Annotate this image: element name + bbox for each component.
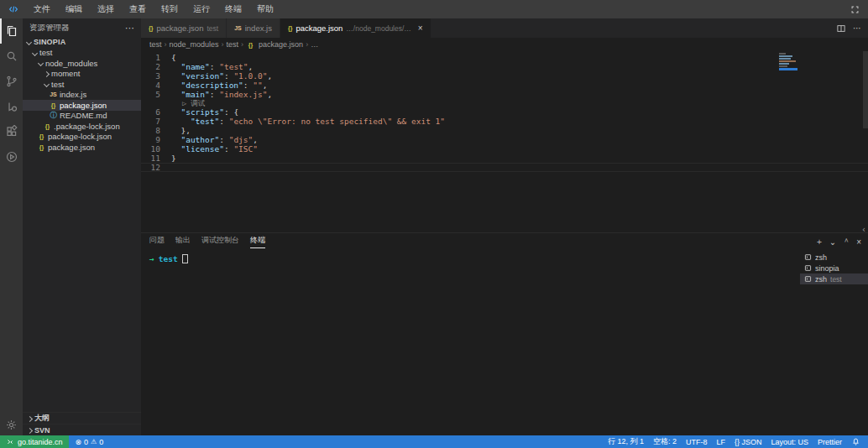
terminal-list-item[interactable]: sinopia — [800, 263, 868, 273]
code-line[interactable]: 2 "name": "test", — [141, 62, 868, 71]
menu-item[interactable]: 转到 — [154, 0, 186, 18]
terminal-list-item[interactable]: zshtest — [800, 273, 868, 284]
tree-item-label: test — [39, 48, 52, 57]
search-button[interactable] — [0, 44, 23, 69]
expand-corners-icon[interactable] — [850, 5, 860, 14]
line-number: 9 — [141, 135, 171, 144]
code-line[interactable]: 5 "main": "index.js", — [141, 90, 868, 99]
code-line[interactable]: 8 }, — [141, 126, 868, 135]
code-token: { — [171, 53, 176, 62]
code-token: : { — [224, 107, 238, 117]
breadcrumb-label: node_modules — [170, 40, 219, 49]
tree-item[interactable]: moment — [23, 69, 141, 80]
breadcrumb-item[interactable]: {}package.json — [246, 40, 303, 49]
tree-item[interactable]: JSindex.js — [23, 90, 141, 101]
extensions-button[interactable] — [0, 119, 23, 144]
editor-scrollbar[interactable] — [863, 51, 868, 128]
line-number: 7 — [141, 117, 171, 126]
chevron-right-icon: › — [241, 40, 243, 49]
status-item[interactable]: 行 12, 列 1 — [608, 436, 644, 447]
section-大纲[interactable]: 大纲 — [23, 412, 141, 424]
codelens-debug[interactable]: ▷ 调试 — [141, 99, 868, 107]
menu-item[interactable]: 帮助 — [249, 0, 281, 18]
chevron-up-icon[interactable]: ＾ — [842, 236, 850, 247]
code-line[interactable]: 6 "scripts": { — [141, 107, 868, 117]
panel-tab[interactable]: 终端 — [250, 235, 265, 248]
menu-item[interactable]: 运行 — [186, 0, 217, 18]
panel-tab[interactable]: 问题 — [149, 235, 165, 248]
status-item[interactable]: LF — [716, 438, 725, 446]
chevron-down-icon[interactable]: ⌄ — [829, 237, 836, 247]
editor-tab[interactable]: {}package.jsontest — [141, 18, 227, 38]
chevron-right-icon — [26, 427, 33, 434]
code-editor[interactable]: 1{2 "name": "test",3 "version": "1.0.0",… — [141, 51, 868, 232]
code-token — [171, 117, 191, 126]
tree-item[interactable]: {}package.json — [23, 142, 141, 153]
line-number: 10 — [141, 144, 171, 154]
breadcrumb-item[interactable]: test — [149, 40, 162, 49]
status-item[interactable]: {} JSON — [735, 438, 762, 446]
tree-item[interactable]: test — [23, 79, 141, 90]
status-item[interactable]: Layout: US — [771, 438, 808, 446]
terminal-list-item[interactable]: zsh — [800, 252, 868, 263]
menu-item[interactable]: 编辑 — [58, 0, 90, 18]
editor-tab[interactable]: {}package.json…/node_modules/…× — [280, 18, 431, 38]
tree-item[interactable]: {}package.json — [23, 100, 141, 111]
code-line[interactable]: 4 "description": "", — [141, 81, 868, 90]
run-circle-button[interactable] — [0, 144, 23, 169]
problems-indicator[interactable]: ⊗ 0 ⚠ 0 — [69, 438, 111, 446]
status-item[interactable]: Prettier — [818, 438, 842, 446]
code-line[interactable]: 9 "author": "djs", — [141, 135, 868, 144]
new-terminal-icon[interactable]: ＋ — [815, 236, 824, 247]
minimap[interactable] — [779, 53, 801, 70]
panel-tab[interactable]: 输出 — [175, 235, 191, 248]
json-file-icon: {} — [37, 133, 46, 139]
tree-item[interactable]: {}.package-lock.json — [23, 121, 141, 132]
section-svn[interactable]: SVN — [23, 424, 141, 435]
breadcrumb-item[interactable]: … — [311, 40, 318, 49]
code-line[interactable]: 11} — [141, 154, 868, 163]
close-icon[interactable]: × — [856, 237, 861, 247]
close-icon[interactable]: × — [418, 23, 423, 33]
more-actions-icon[interactable]: ⋯ — [853, 23, 861, 33]
tree-item-label: test — [51, 80, 64, 89]
menu-item[interactable]: 选择 — [90, 0, 122, 18]
line-number: 6 — [141, 107, 171, 117]
code-token — [171, 135, 180, 144]
bell-icon[interactable] — [851, 437, 860, 446]
code-line[interactable]: 10 "license": "ISC" — [141, 144, 868, 154]
explorer-sidebar: 资源管理器 ⋯ SINOPIAtestnode_modulesmomenttes… — [23, 18, 141, 435]
tree-item[interactable]: SINOPIA — [23, 37, 141, 48]
code-line[interactable]: 12 — [141, 163, 868, 172]
remote-indicator[interactable]: go.titanide.cn — [0, 435, 69, 448]
tree-item[interactable]: {}package-lock.json — [23, 132, 141, 143]
code-line[interactable]: 7 "test": "echo \"Error: no test specifi… — [141, 117, 868, 126]
source-control-button[interactable] — [0, 69, 23, 94]
minimap-selection — [779, 68, 797, 70]
remote-icon — [6, 438, 14, 446]
menu-item[interactable]: 文件 — [26, 0, 58, 18]
editor-tab[interactable]: JSindex.js — [227, 18, 280, 38]
panel-tab[interactable]: 调试控制台 — [201, 235, 239, 248]
code-line[interactable]: 3 "version": "1.0.0", — [141, 71, 868, 81]
tree-item[interactable]: test — [23, 48, 141, 59]
tree-item[interactable]: ⓘREADME.md — [23, 111, 141, 122]
breadcrumb-item[interactable]: test — [227, 40, 239, 49]
terminal-view[interactable]: → test — [141, 250, 800, 435]
code-token: , — [267, 90, 272, 99]
menu-item[interactable]: 终端 — [217, 0, 249, 18]
menu-item[interactable]: 查看 — [122, 0, 154, 18]
status-item[interactable]: UTF-8 — [686, 438, 708, 446]
settings-gear-button[interactable] — [0, 414, 23, 435]
breadcrumb-item[interactable]: node_modules — [170, 40, 219, 49]
tree-item-label: node_modules — [45, 59, 97, 68]
explorer-button[interactable] — [0, 18, 23, 44]
status-item[interactable]: 空格: 2 — [653, 436, 677, 447]
chevron-right-icon — [43, 70, 50, 77]
tree-item[interactable]: node_modules — [23, 58, 141, 69]
code-token: : — [210, 62, 219, 71]
more-actions-icon[interactable]: ⋯ — [125, 23, 134, 34]
split-editor-icon[interactable] — [836, 23, 846, 34]
code-line[interactable]: 1{ — [141, 53, 868, 62]
run-debug-button[interactable] — [0, 94, 23, 119]
